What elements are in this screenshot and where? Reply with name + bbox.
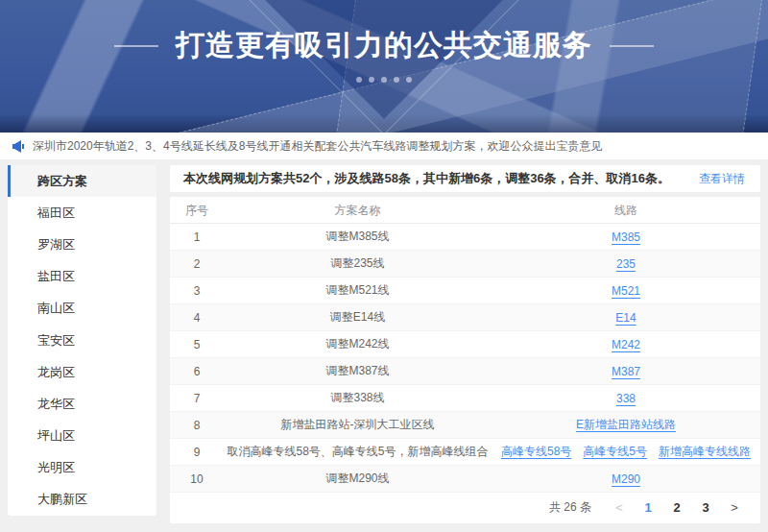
carousel-dot[interactable] (381, 77, 387, 83)
row-index: 3 (170, 284, 224, 298)
row-index: 8 (170, 419, 224, 432)
notice-text: 深圳市2020年轨道2、3、4号线延长线及8号线开通相关配套公共汽车线路调整规划… (33, 138, 602, 155)
plan-name: 调整E14线 (224, 309, 492, 326)
route-link[interactable]: M290 (612, 472, 640, 486)
table-row: 3调整M521线M521 (170, 278, 760, 304)
sidebar-item-label: 光明区 (37, 459, 75, 476)
route-link[interactable]: M242 (612, 338, 640, 351)
sidebar-item-0[interactable]: 跨区方案 (8, 165, 156, 197)
route-link[interactable]: M385 (612, 230, 640, 244)
carousel-dot[interactable] (369, 77, 374, 83)
sidebar-item-9[interactable]: 光明区 (8, 452, 156, 484)
route-link[interactable]: 338 (616, 392, 636, 405)
sidebar-item-label: 罗湖区 (37, 236, 75, 254)
table-row: 8新增盐田路站-深圳大工业区线E新增盐田路站线路 (170, 412, 760, 439)
table-row: 2调整235线235 (170, 251, 760, 278)
sidebar-item-10[interactable]: 大鹏新区 (8, 484, 156, 516)
hero-banner: 打造更有吸引力的公共交通服务 (0, 0, 768, 133)
megaphone-icon (12, 140, 26, 153)
route-links: M387 (492, 365, 760, 378)
plan-name: 调整M290线 (224, 471, 492, 487)
route-links: 235 (492, 257, 760, 271)
route-link[interactable]: M521 (612, 284, 640, 298)
route-links: E新增盐田路站线路 (492, 417, 760, 433)
sidebar-item-label: 龙岗区 (37, 364, 75, 381)
route-link[interactable]: M387 (612, 365, 640, 378)
sidebar-item-3[interactable]: 盐田区 (8, 261, 156, 293)
sidebar-item-8[interactable]: 坪山区 (8, 421, 156, 452)
sidebar-item-label: 大鹏新区 (37, 491, 87, 508)
sidebar-item-1[interactable]: 福田区 (8, 197, 156, 229)
table-row: 1调整M385线M385 (170, 224, 760, 251)
sidebar-item-2[interactable]: 罗湖区 (8, 229, 156, 260)
row-index: 4 (170, 311, 224, 325)
plan-name: 调整338线 (224, 390, 492, 406)
table-header-row: 序号方案名称线路 (170, 199, 760, 224)
table-row: 7调整338线338 (170, 385, 760, 412)
carousel-dot[interactable] (356, 77, 362, 83)
plan-name: 调整M521线 (224, 282, 492, 299)
plan-name: 调整235线 (224, 255, 492, 272)
sidebar-item-4[interactable]: 南山区 (8, 293, 156, 325)
row-index: 2 (170, 257, 224, 271)
pagination-pages: 123 (634, 500, 720, 515)
route-link[interactable]: 高峰专线5号 (583, 445, 647, 458)
row-index: 10 (170, 472, 224, 486)
plan-name: 调整M242线 (224, 336, 492, 352)
plan-table: 序号方案名称线路 1调整M385线M3852调整235线2353调整M521线M… (170, 197, 760, 523)
main-panel: 本次线网规划方案共52个，涉及线路58条，其中新增6条，调整36条，合并、取消1… (170, 165, 760, 523)
carousel-dot[interactable] (394, 77, 399, 83)
route-links: M242 (492, 338, 760, 351)
pagination-page-1[interactable]: 1 (638, 500, 658, 515)
plan-name: 新增盐田路站-深圳大工业区线 (224, 417, 492, 433)
sidebar-item-7[interactable]: 龙华区 (8, 388, 156, 420)
sidebar-item-6[interactable]: 龙岗区 (8, 356, 156, 388)
plan-name: 取消高峰专线58号、高峰专线5号，新增高峰线组合 (224, 444, 492, 460)
carousel-dots (0, 77, 768, 83)
route-link[interactable]: 新增高峰专线线路 (659, 445, 751, 458)
pagination-page-3[interactable]: 3 (696, 500, 715, 515)
table-row: 9取消高峰专线58号、高峰专线5号，新增高峰线组合高峰专线58号高峰专线5号新增… (170, 439, 760, 466)
route-links: M521 (492, 284, 760, 298)
total-count-label: 共 26 条 (549, 499, 591, 516)
title-divider-left (114, 45, 158, 47)
table-footer: 共 26 条 < 123 > (170, 493, 760, 523)
table-row: 6调整M387线M387 (170, 358, 760, 385)
notice-bar: 深圳市2020年轨道2、3、4号线延长线及8号线开通相关配套公共汽车线路调整规划… (0, 133, 768, 159)
summary-text: 本次线网规划方案共52个，涉及线路58条，其中新增6条，调整36条，合并、取消1… (183, 170, 670, 187)
table-header-cell: 方案名称 (224, 203, 492, 219)
table-header-cell: 序号 (170, 203, 224, 219)
table-header-cell: 线路 (492, 203, 760, 219)
table-row: 4调整E14线E14 (170, 304, 760, 331)
route-link[interactable]: E14 (615, 311, 636, 325)
route-links: 高峰专线58号高峰专线5号新增高峰专线线路 (492, 444, 760, 460)
sidebar-item-label: 福田区 (37, 205, 75, 222)
sidebar-item-label: 跨区方案 (37, 173, 87, 190)
sidebar-item-label: 坪山区 (37, 427, 75, 445)
carousel-dot[interactable] (406, 77, 412, 83)
route-link[interactable]: 高峰专线58号 (501, 445, 571, 458)
pagination-page-2[interactable]: 2 (667, 500, 686, 515)
row-index: 9 (170, 446, 224, 459)
sidebar-item-5[interactable]: 宝安区 (8, 325, 156, 356)
row-index: 6 (170, 365, 224, 378)
content-area: 跨区方案福田区罗湖区盐田区南山区宝安区龙岗区龙华区坪山区光明区大鹏新区 本次线网… (0, 159, 768, 523)
route-link[interactable]: 235 (616, 257, 636, 271)
sidebar-item-label: 盐田区 (37, 268, 75, 285)
table-row: 5调整M242线M242 (170, 331, 760, 358)
pagination-prev-button[interactable]: < (610, 500, 629, 515)
table-row: 10调整M290线M290 (170, 466, 760, 493)
route-links: E14 (492, 311, 760, 325)
route-links: M290 (492, 472, 760, 486)
pagination-next-button[interactable]: > (725, 500, 744, 515)
summary-panel: 本次线网规划方案共52个，涉及线路58条，其中新增6条，调整36条，合并、取消1… (170, 165, 760, 192)
sidebar-item-label: 南山区 (37, 300, 75, 317)
row-index: 7 (170, 392, 224, 405)
sidebar-item-label: 龙华区 (37, 396, 75, 413)
sidebar: 跨区方案福田区罗湖区盐田区南山区宝安区龙岗区龙华区坪山区光明区大鹏新区 (8, 165, 156, 516)
title-divider-right (610, 45, 654, 47)
row-index: 1 (170, 230, 224, 244)
banner-title: 打造更有吸引力的公共交通服务 (176, 26, 592, 65)
route-link[interactable]: E新增盐田路站线路 (576, 418, 676, 431)
view-details-link[interactable]: 查看详情 (699, 171, 745, 187)
